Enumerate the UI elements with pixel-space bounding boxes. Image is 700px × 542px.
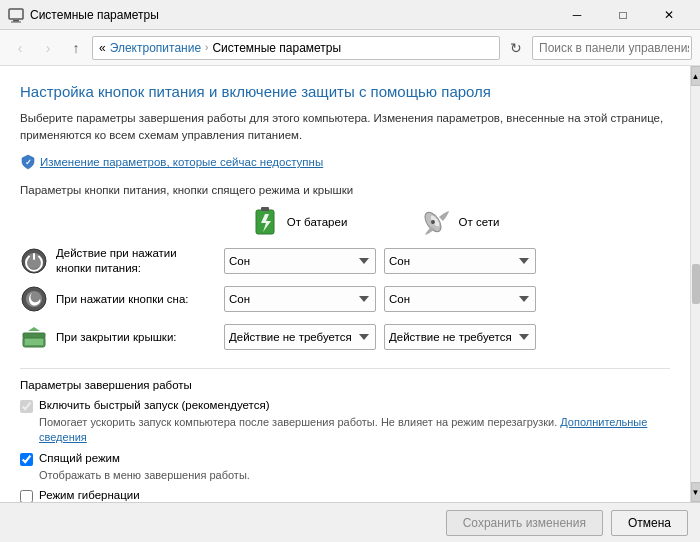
back-button[interactable]: ‹ <box>8 36 32 60</box>
lid-battery-dropdown[interactable]: Действие не требуется Сон Гибернация Зав… <box>224 324 376 350</box>
battery-icon <box>253 206 281 238</box>
fast-startup-link[interactable]: Дополнительные сведения <box>39 416 647 443</box>
ac-column-header: От сети <box>380 207 540 237</box>
svg-rect-7 <box>261 207 269 211</box>
lid-ac-dropdown[interactable]: Действие не требуется Сон Гибернация Зав… <box>384 324 536 350</box>
scroll-down-button[interactable]: ▼ <box>691 482 701 502</box>
lid-label: При закрытии крышки: <box>20 323 220 351</box>
sleep-button-label: При нажатии кнопки сна: <box>20 285 220 313</box>
window-title: Системные параметры <box>30 8 159 22</box>
sleep-mode-label: Спящий режим <box>39 452 120 464</box>
cancel-button[interactable]: Отмена <box>611 510 688 536</box>
shield-icon: ✓ <box>20 154 36 170</box>
sleep-button-icon <box>20 285 48 313</box>
svg-rect-13 <box>33 253 35 260</box>
page-title: Настройка кнопок питания и включение защ… <box>20 82 670 102</box>
scroll-thumb[interactable] <box>692 264 700 304</box>
svg-rect-0 <box>9 9 23 19</box>
power-ac-dropdown-cell: Сон Завершение работы Гибернация Ничего … <box>380 248 540 274</box>
svg-rect-2 <box>11 21 21 22</box>
fast-startup-desc: Помогает ускорить запуск компьютера посл… <box>39 415 670 446</box>
power-battery-dropdown[interactable]: Сон Завершение работы Гибернация Ничего … <box>224 248 376 274</box>
scroll-up-button[interactable]: ▲ <box>691 66 701 86</box>
fast-startup-row: Включить быстрый запуск (рекомендуется) <box>20 399 670 413</box>
ac-icon <box>421 207 453 237</box>
sleep-battery-dropdown[interactable]: Сон Гибернация Ничего не делать <box>224 286 376 312</box>
sleep-ac-dropdown[interactable]: Сон Гибернация Ничего не делать <box>384 286 536 312</box>
sleep-mode-row: Спящий режим <box>20 452 670 466</box>
title-bar-left: Системные параметры <box>8 7 159 23</box>
breadcrumb-icon: « <box>99 41 106 55</box>
page-description: Выберите параметры завершения работы для… <box>20 110 670 145</box>
sleep-button-text: При нажатии кнопки сна: <box>56 292 189 307</box>
svg-text:✓: ✓ <box>25 158 32 167</box>
grid-header-row: От батареи От сети <box>20 206 670 238</box>
breadcrumb-part1[interactable]: Электропитание <box>110 41 201 55</box>
scrollbar[interactable]: ▲ ▼ <box>690 66 700 502</box>
power-button-text: Действие при нажатии кнопки питания: <box>56 246 210 276</box>
breadcrumb-part2: Системные параметры <box>212 41 341 55</box>
svg-rect-18 <box>23 333 45 338</box>
svg-rect-1 <box>13 20 19 22</box>
search-box <box>532 36 692 60</box>
maximize-button[interactable]: □ <box>600 0 646 30</box>
hibernate-label: Режим гибернации <box>39 489 140 501</box>
fast-startup-checkbox[interactable] <box>20 400 33 413</box>
refresh-button[interactable]: ↻ <box>504 36 528 60</box>
battery-label: От батареи <box>287 216 348 228</box>
up-button[interactable]: ↑ <box>64 36 88 60</box>
svg-rect-17 <box>25 338 43 345</box>
shutdown-title: Параметры завершения работы <box>20 379 670 391</box>
lid-text: При закрытии крышки: <box>56 330 177 345</box>
title-bar: Системные параметры ─ □ ✕ <box>0 0 700 30</box>
bottom-bar: Сохранить изменения Отмена <box>0 502 700 542</box>
title-bar-controls: ─ □ ✕ <box>554 0 692 30</box>
ac-label: От сети <box>459 216 500 228</box>
power-grid: От батареи От сети <box>20 206 670 354</box>
hibernate-checkbox[interactable] <box>20 490 33 502</box>
grid-row-power: Действие при нажатии кнопки питания: Сон… <box>20 244 670 278</box>
hibernate-row: Режим гибернации <box>20 489 670 502</box>
forward-button[interactable]: › <box>36 36 60 60</box>
power-battery-dropdown-cell: Сон Завершение работы Гибернация Ничего … <box>220 248 380 274</box>
change-settings-label: Изменение параметров, которые сейчас нед… <box>40 156 323 168</box>
close-button[interactable]: ✕ <box>646 0 692 30</box>
battery-column-header: От батареи <box>220 206 380 238</box>
lid-ac-dropdown-cell: Действие не требуется Сон Гибернация Зав… <box>380 324 540 350</box>
sleep-mode-desc: Отображать в меню завершения работы. <box>39 468 670 483</box>
power-button-icon <box>20 247 48 275</box>
window-icon <box>8 7 24 23</box>
power-button-label: Действие при нажатии кнопки питания: <box>20 246 220 276</box>
search-input[interactable] <box>539 41 689 55</box>
minimize-button[interactable]: ─ <box>554 0 600 30</box>
grid-row-sleep: При нажатии кнопки сна: Сон Гибернация Н… <box>20 282 670 316</box>
breadcrumb-sep: › <box>205 42 208 53</box>
sleep-ac-dropdown-cell: Сон Гибернация Ничего не делать <box>380 286 540 312</box>
section1-label: Параметры кнопки питания, кнопки спящего… <box>20 184 670 196</box>
save-button[interactable]: Сохранить изменения <box>446 510 603 536</box>
address-bar: ‹ › ↑ « Электропитание › Системные парам… <box>0 30 700 66</box>
lid-battery-dropdown-cell: Действие не требуется Сон Гибернация Зав… <box>220 324 380 350</box>
breadcrumb-bar: « Электропитание › Системные параметры <box>92 36 500 60</box>
lid-icon <box>20 323 48 351</box>
sleep-battery-dropdown-cell: Сон Гибернация Ничего не делать <box>220 286 380 312</box>
shutdown-section: Параметры завершения работы Включить быс… <box>20 368 670 502</box>
sleep-mode-checkbox[interactable] <box>20 453 33 466</box>
grid-row-lid: При закрытии крышки: Действие не требует… <box>20 320 670 354</box>
content-area: Настройка кнопок питания и включение защ… <box>0 66 700 502</box>
power-ac-dropdown[interactable]: Сон Завершение работы Гибернация Ничего … <box>384 248 536 274</box>
fast-startup-label: Включить быстрый запуск (рекомендуется) <box>39 399 270 411</box>
right-panel: Настройка кнопок питания и включение защ… <box>0 66 690 502</box>
change-settings-link[interactable]: ✓ Изменение параметров, которые сейчас н… <box>20 154 670 170</box>
